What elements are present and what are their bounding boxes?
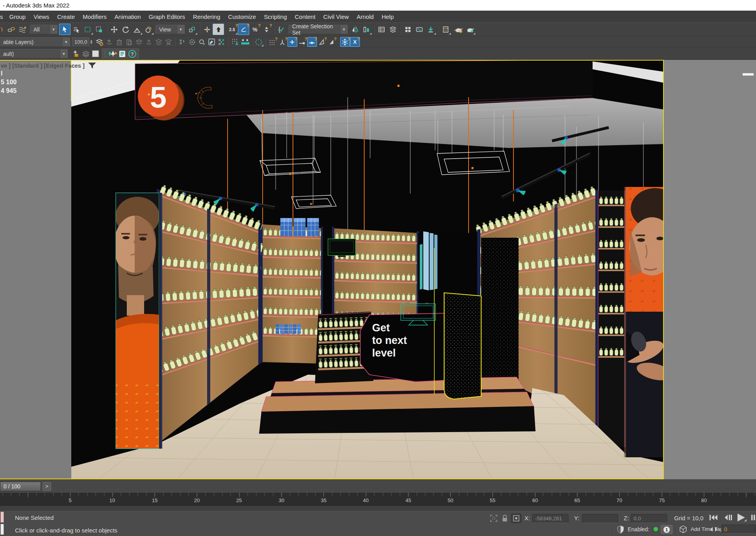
perspective-viewport[interactable]: 5 — [0, 60, 756, 479]
layer-list-dropdown[interactable]: able Layers) ▼ — [0, 37, 70, 47]
snap-vertex-toggle[interactable]: ? — [278, 37, 287, 47]
select-and-rotate-button[interactable] — [120, 24, 131, 35]
schematic-view-button[interactable] — [413, 24, 425, 35]
select-object-button[interactable] — [59, 24, 70, 35]
menu-item-scripting[interactable]: Scripting — [260, 11, 291, 22]
rectangular-selection-region-button[interactable] — [82, 24, 93, 35]
viewport-label[interactable]: ve ] [Standard ] [Edged Faces ] — [1, 62, 96, 69]
snap-frozen-toggle[interactable]: ? — [340, 37, 350, 47]
x-coordinate-field[interactable]: -58348,281 — [532, 514, 569, 523]
reference-coordinate-system-dropdown[interactable]: View ▼ — [156, 25, 185, 34]
menu-item-animation[interactable]: Animation — [111, 11, 145, 22]
isolate-selection-icon[interactable] — [178, 37, 187, 47]
align-button[interactable] — [361, 24, 372, 35]
keyboard-shortcut-override-toggle[interactable] — [213, 24, 224, 35]
go-to-start-button[interactable] — [709, 514, 719, 521]
notes-icon[interactable] — [117, 49, 127, 59]
angle-snap-toggle[interactable]: ? — [238, 24, 249, 35]
smart-select-icon[interactable] — [187, 37, 197, 47]
render-frame-window-button[interactable] — [453, 24, 464, 35]
named-selection-sets-dropdown[interactable]: Create Selection Set ▼ — [289, 25, 348, 34]
snaps-toggle-2.5[interactable]: 2.5 ? — [226, 24, 238, 35]
layer-properties-button[interactable] — [154, 37, 164, 47]
current-frame-field[interactable]: 0 — [721, 525, 756, 534]
curve-editor-button[interactable] — [402, 24, 413, 35]
schematic-nodes-icon[interactable] — [217, 37, 227, 47]
menu-item-group[interactable]: Group — [6, 11, 30, 22]
cube-icon[interactable] — [679, 525, 687, 534]
shield-icon[interactable] — [617, 525, 624, 534]
window-crossing-toggle[interactable] — [93, 24, 105, 35]
select-and-move-button[interactable] — [108, 24, 120, 35]
set-current-layer-button[interactable] — [144, 37, 154, 47]
menu-item-views[interactable]: Views — [30, 11, 53, 22]
menu-item-content[interactable]: Content — [291, 11, 320, 22]
spinner-snap-toggle[interactable]: ? — [261, 24, 272, 35]
snap-endpoint-toggle[interactable]: ? — [297, 37, 307, 47]
select-objects-in-layer-button[interactable] — [134, 37, 144, 47]
title-bar[interactable]: - Autodesk 3ds Max 2022 — [0, 0, 756, 11]
bind-to-space-warp-icon[interactable] — [17, 24, 28, 35]
assign-controller-icon[interactable] — [207, 37, 217, 47]
menu-item-civil-view[interactable]: Civil View — [319, 11, 353, 22]
absolute-offset-mode-toggle[interactable] — [511, 514, 521, 523]
mirror-button[interactable] — [349, 24, 361, 35]
help-icon[interactable]: ? — [127, 49, 137, 59]
maxscript-mini-listener-pink[interactable] — [0, 512, 4, 523]
play-animation-button[interactable] — [736, 513, 747, 522]
menu-item-help[interactable]: Help — [378, 11, 398, 22]
viewport-filter-funnel-icon[interactable] — [88, 62, 96, 69]
key-filters-button[interactable]: 1 — [661, 525, 673, 534]
previous-frame-button[interactable] — [724, 514, 733, 521]
layer-stack-button[interactable] — [81, 49, 91, 59]
render-setup-button[interactable] — [440, 24, 451, 35]
snap-normal-toggle[interactable]: ? — [317, 37, 327, 47]
dotted-grid-a-icon[interactable]: A — [231, 37, 241, 47]
y-coordinate-field[interactable] — [582, 514, 618, 523]
manage-layers-button[interactable] — [95, 37, 105, 47]
menu-item-customize[interactable]: Customize — [224, 11, 260, 22]
frame-spinner[interactable] — [709, 525, 719, 533]
select-by-name-button[interactable] — [70, 24, 82, 35]
viewport-canvas[interactable]: 5 — [0, 60, 663, 479]
measure-ruler-icon[interactable] — [241, 37, 250, 47]
add-selection-to-layer-button[interactable] — [124, 37, 134, 47]
menu-item-arnold[interactable]: Arnold — [353, 11, 378, 22]
drag-handle[interactable] — [104, 50, 106, 58]
menu-item-create[interactable]: Create — [53, 11, 79, 22]
selection-filter-dropdown[interactable]: All ▼ — [30, 25, 57, 34]
next-frame-button[interactable]: > — [43, 482, 51, 491]
add-time-tag[interactable]: Add Time Tag — [691, 526, 726, 532]
percent-snap-toggle[interactable]: % ? — [249, 24, 261, 35]
dotted-circle-icon[interactable] — [254, 37, 264, 47]
snap-face-toggle[interactable]: ? — [327, 37, 337, 47]
menu-item-graph-editors[interactable]: Graph Editors — [145, 11, 189, 22]
snap-grid-points-toggle[interactable]: ? — [268, 37, 278, 47]
default-dropdown[interactable]: ault) ▼ — [0, 49, 68, 59]
selection-lock-icon[interactable] — [501, 514, 509, 523]
track-bar[interactable]: 5 10 15 20 25 30 35 40 45 50 55 60 65 70… — [0, 493, 756, 510]
edit-named-selection-sets-button[interactable]: { — [276, 24, 287, 35]
sphere-exclude-icon[interactable] — [197, 37, 207, 47]
secondary-viewport-area[interactable] — [663, 60, 756, 479]
spinner-down-icon[interactable]: ▼ — [90, 42, 93, 44]
scene-undo-icon[interactable] — [1, 24, 6, 35]
create-new-layer-button[interactable] — [105, 37, 115, 47]
snap-axis-constraint-toggle[interactable]: X? — [350, 37, 360, 47]
transform-type-in-spinner[interactable]: 100,0 ▲▼ — [72, 37, 93, 47]
menu-item-fragment[interactable]: s — [0, 11, 6, 22]
time-slider-handle[interactable]: 0 / 100 — [0, 482, 41, 491]
next-frame-cut-button[interactable] — [750, 514, 756, 521]
collapse-layers-button[interactable] — [164, 37, 174, 47]
isolate-selection-icon[interactable] — [489, 514, 498, 523]
select-and-scale-button[interactable] — [131, 24, 143, 35]
vegetation-icon[interactable] — [107, 49, 117, 59]
delete-layer-button[interactable] — [115, 37, 124, 47]
select-and-manipulate-button[interactable] — [201, 24, 213, 35]
menu-item-rendering[interactable]: Rendering — [189, 11, 224, 22]
select-and-place-button[interactable] — [143, 24, 154, 35]
z-coordinate-field[interactable]: 0,0 — [631, 514, 667, 523]
use-pivot-point-center-button[interactable] — [186, 24, 198, 35]
add-layer-stack-button[interactable] — [71, 49, 81, 59]
render-production-button[interactable] — [464, 24, 476, 35]
